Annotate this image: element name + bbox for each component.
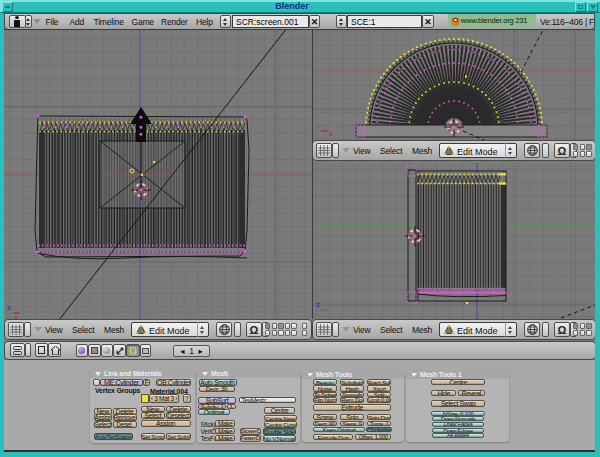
svg-text:y: y [316, 121, 320, 130]
svg-text:z: z [316, 300, 320, 309]
svg-text:z: z [7, 303, 11, 312]
svg-text:x: x [329, 129, 333, 138]
